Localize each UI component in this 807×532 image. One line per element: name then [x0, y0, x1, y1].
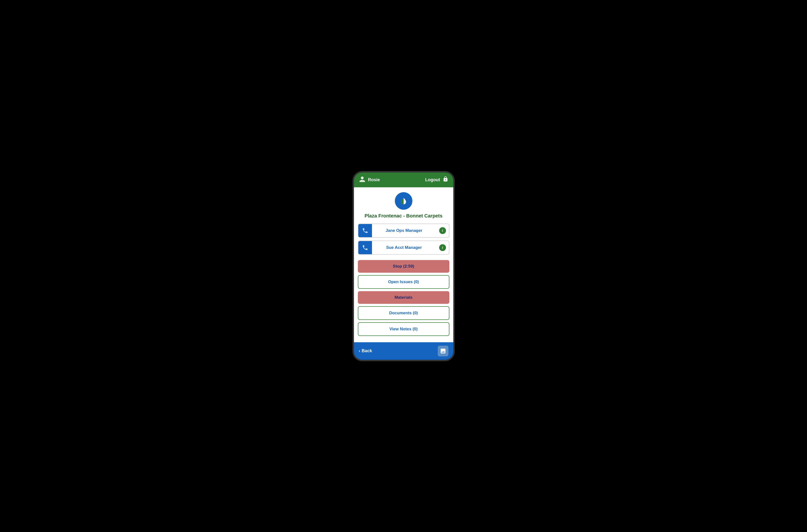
info-circle-sue[interactable]: i — [439, 244, 446, 251]
documents-button[interactable]: Documents (0) — [358, 306, 450, 320]
back-label: Back — [362, 348, 372, 354]
phone-icon-jane — [358, 224, 372, 237]
view-notes-button[interactable]: View Notes (0) — [358, 322, 450, 336]
photo-button[interactable] — [438, 346, 448, 356]
stop-button[interactable]: Stop (2:59) — [358, 260, 450, 273]
materials-button[interactable]: Materials — [358, 291, 450, 304]
contact-name-jane: Jane Ops Manager — [372, 225, 436, 236]
info-icon-sue[interactable]: i — [436, 244, 449, 251]
phone-shell: Rosie Logout Plaza Frontenac - Bonn — [352, 171, 455, 361]
app-footer: ‹ Back — [354, 342, 453, 360]
company-title: Plaza Frontenac - Bonnet Carpets — [354, 213, 453, 224]
lock-icon — [443, 176, 448, 184]
header-username: Rosie — [368, 177, 380, 183]
open-issues-button[interactable]: Open Issues (0) — [358, 275, 450, 289]
avatar-icon — [359, 176, 366, 184]
header-left: Rosie — [359, 176, 380, 184]
logo-area — [354, 187, 453, 213]
contact-row-jane[interactable]: Jane Ops Manager i — [358, 224, 450, 238]
actions-section: Stop (2:59) Open Issues (0) Materials Do… — [354, 258, 453, 342]
info-circle-jane[interactable]: i — [439, 227, 446, 234]
app-header: Rosie Logout — [354, 172, 453, 187]
app-content: Plaza Frontenac - Bonnet Carpets Jane Op… — [354, 187, 453, 342]
contact-name-sue: Sue Acct Manager — [372, 242, 436, 253]
contacts-section: Jane Ops Manager i Sue Acct Manager i — [354, 224, 453, 255]
chevron-left-icon: ‹ — [359, 348, 360, 354]
header-right: Logout — [425, 176, 448, 184]
back-button[interactable]: ‹ Back — [359, 348, 372, 354]
logout-button[interactable]: Logout — [425, 177, 440, 183]
contact-row-sue[interactable]: Sue Acct Manager i — [358, 241, 450, 255]
phone-icon-sue — [358, 241, 372, 254]
app-logo — [395, 192, 412, 210]
info-icon-jane[interactable]: i — [436, 227, 449, 234]
